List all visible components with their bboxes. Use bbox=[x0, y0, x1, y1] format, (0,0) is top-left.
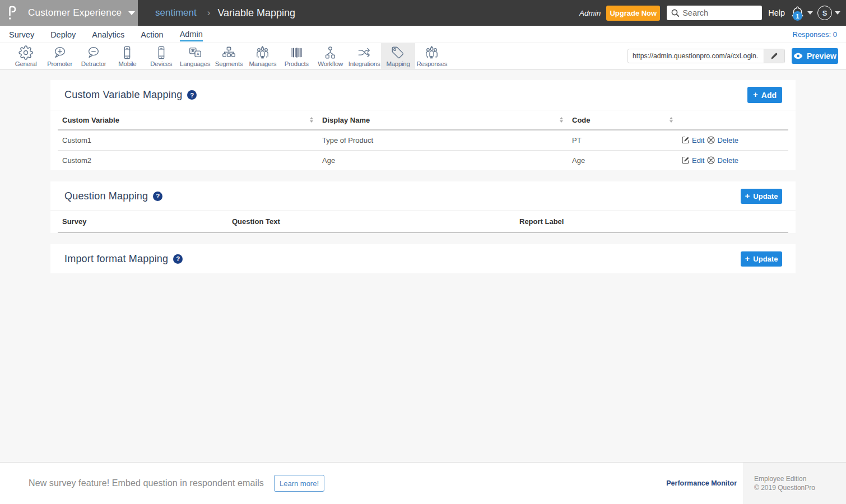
main-content: Custom Variable Mapping ? +Add Custom Va… bbox=[0, 69, 846, 273]
toolbar-item-integrations[interactable]: Integrations bbox=[347, 43, 381, 69]
notifications-caret-icon[interactable] bbox=[807, 11, 813, 15]
tag-icon bbox=[391, 45, 405, 60]
edit-icon bbox=[682, 156, 690, 164]
topbar-right: Admin Upgrade Now Help 1 S bbox=[579, 0, 846, 26]
copyright-label: © 2019 QuestionPro bbox=[754, 483, 846, 492]
help-icon[interactable]: ? bbox=[153, 192, 162, 201]
toolbar-label: Integrations bbox=[348, 60, 380, 67]
tab-analytics[interactable]: Analytics bbox=[92, 27, 124, 41]
add-button[interactable]: +Add bbox=[747, 87, 782, 103]
performance-monitor-link[interactable]: Performance Monitor bbox=[666, 479, 737, 487]
delete-icon bbox=[707, 156, 715, 164]
help-icon[interactable]: ? bbox=[187, 90, 197, 100]
delete-link[interactable]: Delete bbox=[707, 136, 738, 144]
branch-icon bbox=[323, 45, 338, 60]
breadcrumb-survey-link[interactable]: sentiment bbox=[155, 7, 197, 18]
toolbar-label: Products bbox=[285, 60, 309, 67]
search-box[interactable] bbox=[667, 6, 762, 20]
update-question-mapping-button[interactable]: +Update bbox=[741, 189, 782, 204]
toolbar-label: Promoter bbox=[47, 60, 72, 67]
survey-url-input[interactable] bbox=[628, 49, 764, 63]
edition-box: Employee Edition © 2019 QuestionPro bbox=[743, 463, 846, 504]
toolbar-label: Detractor bbox=[81, 60, 106, 67]
top-bar: Customer Experience sentiment › Variable… bbox=[0, 0, 846, 26]
product-caret-icon bbox=[128, 11, 135, 15]
toolbar-item-devices[interactable]: Devices bbox=[145, 43, 178, 69]
search-input[interactable] bbox=[682, 8, 757, 17]
column-header-question-text[interactable]: Question Text bbox=[227, 211, 515, 232]
toolbar-right: Preview bbox=[627, 43, 838, 69]
section-title: Custom Variable Mapping bbox=[64, 89, 182, 101]
search-icon bbox=[671, 9, 679, 17]
account-caret-icon[interactable] bbox=[835, 11, 840, 15]
gear-icon bbox=[18, 45, 33, 60]
tab-action[interactable]: Action bbox=[141, 27, 163, 41]
tab-deploy[interactable]: Deploy bbox=[50, 27, 76, 41]
delete-link[interactable]: Delete bbox=[707, 156, 738, 165]
question-mapping-header: Question Mapping ? +Update bbox=[50, 181, 796, 211]
delete-icon bbox=[707, 136, 715, 144]
tab-admin[interactable]: Admin bbox=[180, 27, 203, 41]
toolbar-item-general[interactable]: General bbox=[9, 43, 43, 69]
cell-code: PT bbox=[568, 130, 677, 150]
toolbar-item-segments[interactable]: Segments bbox=[212, 43, 245, 69]
phone-icon bbox=[154, 45, 169, 60]
admin-toolbar: General Promoter Detractor Mobile Device… bbox=[0, 43, 846, 69]
upgrade-now-button[interactable]: Upgrade Now bbox=[606, 6, 660, 21]
product-switcher[interactable]: Customer Experience bbox=[0, 0, 138, 26]
breadcrumb: sentiment › Variable Mapping bbox=[155, 0, 295, 26]
toolbar-label: Responses bbox=[416, 60, 447, 67]
toolbar-item-responses[interactable]: Responses bbox=[415, 43, 449, 69]
help-link[interactable]: Help bbox=[768, 8, 785, 17]
toolbar-item-promoter[interactable]: Promoter bbox=[43, 43, 76, 69]
footer: New survey feature! Embed question in re… bbox=[0, 462, 846, 504]
column-header-custom-variable[interactable]: Custom Variable bbox=[58, 110, 318, 130]
update-import-format-button[interactable]: +Update bbox=[741, 251, 782, 267]
preview-button[interactable]: Preview bbox=[792, 48, 838, 64]
custom-variable-mapping-card: Custom Variable Mapping ? +Add Custom Va… bbox=[50, 80, 796, 170]
toolbar-label: Mapping bbox=[386, 60, 410, 67]
learn-more-button[interactable]: Learn more! bbox=[274, 475, 324, 492]
cell-code: Age bbox=[568, 150, 677, 170]
toolbar-item-mobile[interactable]: Mobile bbox=[110, 43, 144, 69]
eye-icon bbox=[793, 53, 803, 59]
plus-icon: + bbox=[745, 192, 750, 200]
toolbar-item-languages[interactable]: A Languages bbox=[178, 43, 212, 69]
column-header-code[interactable]: Code bbox=[568, 110, 677, 130]
table-row: Custom1 Type of Product PT Edit Delete bbox=[58, 130, 788, 150]
avatar[interactable]: S bbox=[817, 6, 832, 20]
edit-link[interactable]: Edit bbox=[682, 136, 704, 144]
people-icon bbox=[424, 45, 439, 60]
edit-url-button[interactable] bbox=[764, 49, 784, 63]
help-icon[interactable]: ? bbox=[173, 254, 183, 264]
edition-label: Employee Edition bbox=[754, 474, 846, 483]
section-title: Question Mapping bbox=[64, 190, 148, 202]
notifications-button[interactable]: 1 bbox=[791, 6, 805, 20]
toolbar-item-detractor[interactable]: Detractor bbox=[77, 43, 110, 69]
toolbar-item-products[interactable]: Products bbox=[280, 43, 313, 69]
toolbar-item-managers[interactable]: Managers bbox=[246, 43, 280, 69]
toolbar-item-workflow[interactable]: Workflow bbox=[314, 43, 347, 69]
preview-button-label: Preview bbox=[807, 52, 836, 60]
toolbar-label: Languages bbox=[180, 60, 210, 67]
pencil-icon bbox=[770, 52, 778, 60]
edit-link[interactable]: Edit bbox=[682, 156, 704, 165]
tab-survey[interactable]: Survey bbox=[9, 27, 34, 41]
toolbar-item-mapping[interactable]: Mapping bbox=[381, 43, 415, 69]
footer-message: New survey feature! Embed question in re… bbox=[29, 478, 264, 488]
notification-badge: 1 bbox=[793, 11, 802, 21]
plus-icon: + bbox=[753, 90, 758, 99]
column-header-display-name[interactable]: Display Name bbox=[318, 110, 568, 130]
row-actions: Edit Delete bbox=[682, 136, 784, 144]
sort-icon bbox=[310, 117, 313, 123]
breadcrumb-separator: › bbox=[207, 7, 211, 18]
shuffle-icon bbox=[356, 45, 372, 60]
toolbar-label: Workflow bbox=[318, 60, 343, 67]
import-format-mapping-header: Import format Mapping ? +Update bbox=[50, 244, 796, 273]
column-header-report-label[interactable]: Report Label bbox=[515, 211, 788, 232]
questionpro-logo-icon bbox=[8, 6, 16, 20]
column-header-survey[interactable]: Survey bbox=[58, 211, 227, 232]
survey-url-group bbox=[627, 49, 785, 63]
sort-icon bbox=[670, 117, 673, 123]
phone-icon bbox=[120, 45, 134, 60]
